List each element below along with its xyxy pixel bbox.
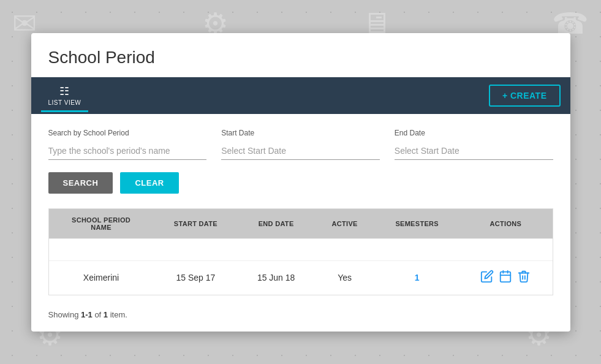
school-period-label: Search by School Period — [48, 129, 207, 137]
table-header-row: SCHOOL PERIODNAME START DATE END DATE AC… — [49, 209, 553, 239]
calendar-icon[interactable] — [499, 270, 512, 286]
list-view-label: LIST VIEW — [48, 99, 81, 106]
end-date-field-group: End Date — [395, 129, 553, 160]
cell-actions — [459, 260, 552, 295]
table-row-empty — [49, 238, 553, 260]
showing-prefix: Showing — [48, 310, 81, 319]
delete-icon[interactable] — [517, 270, 531, 286]
start-date-input[interactable] — [221, 142, 380, 160]
search-section: Search by School Period Start Date End D… — [31, 114, 570, 203]
list-view-button[interactable]: ☷ LIST VIEW — [41, 80, 89, 111]
cell-active: Yes — [314, 260, 375, 295]
button-row: SEARCH CLEAR — [48, 172, 553, 194]
start-date-field-group: Start Date — [221, 129, 380, 160]
search-fields: Search by School Period Start Date End D… — [48, 129, 553, 160]
school-period-modal: School Period ☷ LIST VIEW + CREATE Searc… — [31, 33, 570, 332]
total-count: 1 — [104, 310, 108, 319]
col-semesters: SEMESTERS — [375, 209, 459, 239]
col-start-date: START DATE — [154, 209, 238, 239]
create-button[interactable]: + CREATE — [489, 85, 561, 107]
table-row: Xeimerini 15 Sep 17 15 Jun 18 Yes 1 — [49, 260, 553, 295]
col-active: ACTIVE — [314, 209, 375, 239]
toolbar: ☷ LIST VIEW + CREATE — [31, 77, 570, 114]
school-period-input[interactable] — [48, 142, 207, 160]
cell-start-date: 15 Sep 17 — [154, 260, 238, 295]
cell-name: Xeimerini — [49, 260, 154, 295]
col-actions: ACTIONS — [459, 209, 552, 239]
results-table: SCHOOL PERIODNAME START DATE END DATE AC… — [49, 209, 553, 295]
svg-rect-0 — [501, 271, 511, 282]
of-text: of — [93, 310, 104, 319]
end-date-input[interactable] — [395, 142, 553, 160]
col-end-date: END DATE — [238, 209, 314, 239]
showing-range: 1-1 — [81, 310, 93, 319]
pagination-info: Showing 1-1 of 1 item. — [31, 308, 570, 332]
page-title: School Period — [31, 33, 570, 77]
school-period-field-group: Search by School Period — [48, 129, 207, 160]
start-date-label: Start Date — [221, 129, 380, 137]
cell-end-date: 15 Jun 18 — [238, 260, 314, 295]
search-button[interactable]: SEARCH — [48, 172, 113, 194]
action-icons — [469, 270, 542, 286]
cell-semesters[interactable]: 1 — [375, 260, 459, 295]
list-icon: ☷ — [59, 85, 69, 98]
semesters-link[interactable]: 1 — [415, 273, 420, 282]
items-suffix: item. — [108, 310, 127, 319]
results-table-container: SCHOOL PERIODNAME START DATE END DATE AC… — [48, 208, 553, 295]
col-name: SCHOOL PERIODNAME — [49, 209, 154, 239]
clear-button[interactable]: CLEAR — [120, 172, 178, 194]
end-date-label: End Date — [395, 129, 553, 137]
edit-icon[interactable] — [480, 270, 494, 286]
